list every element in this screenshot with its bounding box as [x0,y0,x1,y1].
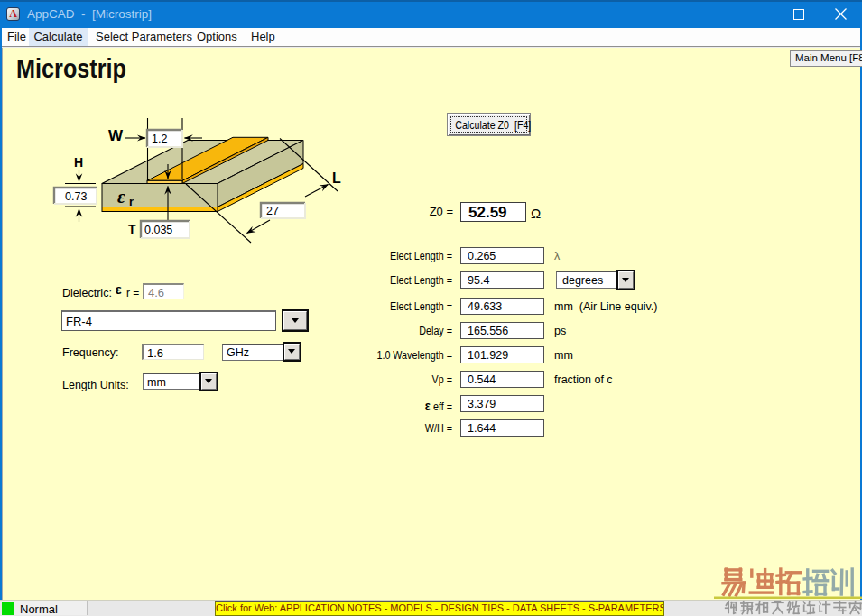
svg-text:L: L [332,170,341,186]
svg-text:0.035: 0.035 [144,224,172,236]
svg-text:W: W [108,127,124,144]
svg-text:r: r [129,195,134,208]
svg-text:0.73: 0.73 [65,190,87,203]
svg-text:H: H [74,155,83,170]
svg-text:T: T [128,222,136,236]
svg-text:27: 27 [266,205,279,217]
svg-text:1.2: 1.2 [152,133,167,145]
svg-text:ε: ε [117,186,125,207]
